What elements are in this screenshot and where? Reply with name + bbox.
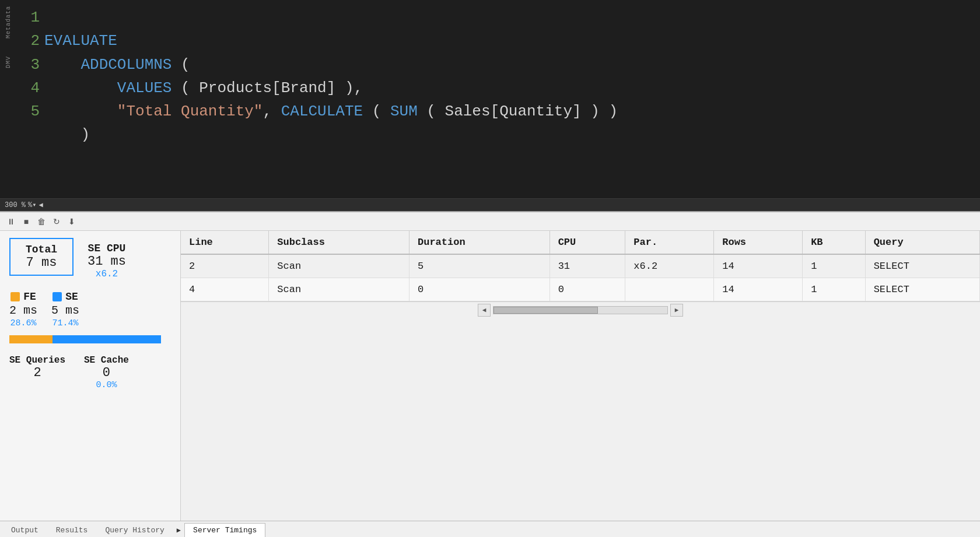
table-cell: 14 — [714, 278, 803, 301]
line-num-3: 3 — [19, 53, 40, 76]
table-cell: 4 — [181, 278, 269, 301]
line-num-5: 5 — [19, 100, 40, 123]
table-area: Line Subclass Duration CPU Par. Rows KB … — [181, 231, 980, 521]
fe-value: 2 ms — [9, 304, 37, 317]
table-cell: x6.2 — [625, 254, 714, 278]
horizontal-scrollbar[interactable]: ◀ ▶ — [181, 301, 980, 318]
zoom-level: 300 % — [5, 201, 26, 209]
col-kb[interactable]: KB — [803, 231, 865, 254]
progress-fe-bar — [9, 335, 52, 343]
fe-label-row: FE — [10, 291, 36, 303]
col-rows[interactable]: Rows — [714, 231, 803, 254]
table-cell: 1 — [803, 254, 865, 278]
code-editor: Metadata DMV 1 2 3 4 5 EVALUATE ADDCOLUM… — [0, 0, 980, 198]
se-cpu-label: SE CPU — [88, 243, 126, 254]
zoom-bar: 300 % %▾ ◀ — [0, 198, 980, 211]
table-cell: 2 — [181, 254, 269, 278]
total-label: Total — [20, 244, 63, 255]
table-cell: 14 — [714, 254, 803, 278]
se-box: SE 5 ms 71.4% — [51, 291, 79, 328]
table-cell: 5 — [409, 254, 550, 278]
line-numbers: 1 2 3 4 5 — [16, 0, 44, 198]
col-par[interactable]: Par. — [625, 231, 714, 254]
toolbar: ⏸ ■ 🗑 ↻ ⬇ — [0, 212, 980, 231]
refresh-button[interactable]: ↻ — [50, 215, 63, 228]
line-num-2: 2 — [19, 29, 40, 52]
table-cell: Scan — [269, 278, 410, 301]
se-cache-value: 0 — [103, 366, 110, 380]
stats-top: Total 7 ms SE CPU 31 ms x6.2 — [9, 238, 171, 284]
table-cell: Scan — [269, 254, 410, 278]
bottom-panel: ⏸ ■ 🗑 ↻ ⬇ Total 7 ms SE CPU 31 ms x6.2 — [0, 211, 980, 537]
fe-box: FE 2 ms 28.6% — [9, 291, 37, 328]
bottom-tabs: Output Results Query History ▶ Server Ti… — [0, 521, 980, 537]
se-label-row: SE — [52, 291, 78, 303]
scroll-right-arrow[interactable]: ▶ — [670, 304, 683, 317]
progress-se-bar — [52, 335, 161, 343]
se-pct: 71.4% — [52, 318, 79, 328]
se-dot — [52, 292, 62, 301]
se-cpu-value: 31 ms — [88, 254, 126, 269]
line-num-4: 4 — [19, 76, 40, 100]
fe-pct: 28.6% — [10, 318, 37, 328]
tab-server-timings[interactable]: Server Timings — [184, 523, 265, 537]
se-cache-pct: 0.0% — [96, 380, 117, 390]
tab-results[interactable]: Results — [47, 523, 97, 537]
code-content[interactable]: EVALUATE ADDCOLUMNS ( VALUES ( Products[… — [44, 0, 980, 198]
table-row: 4Scan00141SELECT — [181, 278, 980, 301]
se-queries-value: 2 — [33, 366, 41, 380]
fe-se-row: FE 2 ms 28.6% SE 5 ms 71.4% — [9, 291, 171, 328]
se-label: SE — [65, 291, 78, 303]
progress-bar — [9, 335, 161, 343]
scroll-thumb[interactable] — [494, 307, 598, 314]
total-value: 7 ms — [20, 255, 63, 270]
tab-output[interactable]: Output — [2, 523, 47, 537]
clear-button[interactable]: 🗑 — [35, 215, 48, 228]
se-cache-box: SE Cache 0 0.0% — [84, 355, 129, 390]
fe-dot — [10, 292, 20, 301]
side-labels: Metadata DMV — [0, 0, 16, 198]
se-cache-label: SE Cache — [84, 355, 129, 366]
table-cell: 31 — [550, 254, 625, 278]
col-cpu[interactable]: CPU — [550, 231, 625, 254]
table-cell: SELECT — [865, 254, 979, 278]
col-subclass[interactable]: Subclass — [269, 231, 410, 254]
se-queries-box: SE Queries 2 — [9, 355, 65, 380]
data-table: Line Subclass Duration CPU Par. Rows KB … — [181, 231, 980, 301]
table-cell: 1 — [803, 278, 865, 301]
col-duration[interactable]: Duration — [409, 231, 550, 254]
col-line[interactable]: Line — [181, 231, 269, 254]
se-cpu-box: SE CPU 31 ms x6.2 — [83, 238, 131, 284]
panel-main: Total 7 ms SE CPU 31 ms x6.2 FE 2 ms 28.… — [0, 231, 980, 521]
total-box: Total 7 ms — [9, 238, 74, 276]
tab-arrow[interactable]: ▶ — [173, 524, 184, 537]
scroll-left-arrow[interactable]: ◀ — [478, 304, 491, 317]
table-cell: SELECT — [865, 278, 979, 301]
table-header-row: Line Subclass Duration CPU Par. Rows KB … — [181, 231, 980, 254]
stop-button[interactable]: ■ — [20, 215, 33, 228]
fe-label: FE — [23, 291, 36, 303]
download-button[interactable]: ⬇ — [65, 215, 78, 228]
se-value: 5 ms — [51, 304, 79, 317]
se-cpu-multiplier: x6.2 — [88, 269, 126, 279]
tab-query-history[interactable]: Query History — [96, 523, 173, 537]
scroll-track[interactable] — [493, 306, 668, 314]
table-cell — [625, 278, 714, 301]
pause-button[interactable]: ⏸ — [5, 215, 18, 228]
se-queries-label: SE Queries — [9, 355, 65, 366]
col-query[interactable]: Query — [865, 231, 979, 254]
table-cell: 0 — [550, 278, 625, 301]
dmv-label: DMV — [5, 56, 12, 68]
stats-panel: Total 7 ms SE CPU 31 ms x6.2 FE 2 ms 28.… — [0, 231, 181, 521]
zoom-icon: %▾ — [28, 201, 36, 209]
table-cell: 0 — [409, 278, 550, 301]
metadata-label: Metadata — [5, 6, 12, 38]
se-queries-row: SE Queries 2 SE Cache 0 0.0% — [9, 355, 171, 390]
table-row: 2Scan531x6.2141SELECT — [181, 254, 980, 278]
line-num-1: 1 — [19, 6, 40, 29]
